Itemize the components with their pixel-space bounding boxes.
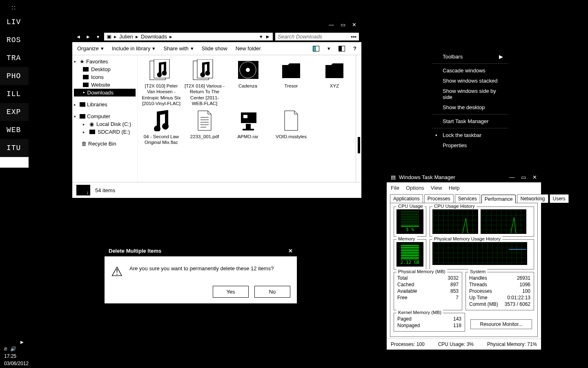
new-folder-button[interactable]: New folder [236,45,261,52]
computer-group[interactable]: ▾Computer [74,112,136,120]
include-library-menu[interactable]: Include in library ▾ [112,45,156,52]
tab-performance[interactable]: Performance [481,195,516,203]
tm-menu-view[interactable]: View [431,185,442,191]
folder-icon [276,58,306,81]
cpu-usage-label: CPU Usage [396,204,425,209]
scrollbar[interactable] [356,55,361,182]
maximize-button[interactable]: ▭ [341,22,345,28]
tm-statusbar: Processes: 100 CPU Usage: 3% Physical Me… [387,339,541,350]
tm-menu-help[interactable]: Help [449,185,460,191]
volume-icon[interactable]: 🔊 [10,346,16,352]
delete-confirm-dialog: Delete Multiple Items ✕ ⚠ Are you sure y… [105,245,297,303]
forward-button[interactable]: ► [85,34,92,40]
file-item[interactable]: [T2X 016] Various - Return To The Center… [184,58,225,107]
blank-file-icon [276,109,306,132]
clock-date[interactable]: 03/06/2012 [4,361,29,366]
search-input[interactable]: Search Downloads ••• [275,33,359,40]
tab-networking[interactable]: Networking [517,194,548,203]
dock-item-ros[interactable]: ROS [0,31,29,49]
file-item[interactable]: VOID.msstyles [271,109,312,146]
refresh-button[interactable]: ► [265,34,270,40]
no-button[interactable]: No [254,286,290,298]
nav-downloads[interactable]: •Downloads [74,89,136,96]
kv-label: Paged [397,316,412,322]
network-icon[interactable]: ⎚ [4,346,7,352]
file-list: [T2X 010] Peter Van Hoesen - Entropic Mi… [138,55,361,182]
help-button[interactable]: ? [353,45,356,52]
tm-minimize-button[interactable]: — [509,174,514,180]
tm-menu-options[interactable]: Options [406,185,424,191]
tab-applications[interactable]: Applications [390,194,423,203]
crumb-julien[interactable]: Julien [119,34,133,40]
svg-rect-13 [243,115,247,118]
back-button[interactable]: ◄ [75,34,82,40]
dialog-title: Delete Multiple Items [109,248,161,254]
dock-item-ill[interactable]: ILL [0,85,29,103]
share-with-menu[interactable]: Share with ▾ [163,45,193,52]
tab-processes[interactable]: Processes [424,194,454,203]
menu-lock-taskbar[interactable]: Lock the taskbar [431,130,509,140]
taskbar-context-menu: Toolbars▶ Cascade windows Show windows s… [431,49,509,153]
menu-properties[interactable]: Properties [431,140,509,150]
clock-time[interactable]: 17:25 [4,353,16,359]
dock-item-exp[interactable]: EXP [0,103,29,121]
breadcrumb-bar[interactable]: ▣▸ Julien▸ Downloads▸ ▾ ► [104,33,273,40]
crumb-history-icon[interactable]: ▾ [260,34,263,40]
file-item[interactable]: XYZ [314,58,355,107]
dock-item-blank[interactable] [0,157,29,168]
kv-value: 118 [453,323,461,328]
file-item[interactable]: APMO.rar [227,109,268,146]
view-dropdown-icon[interactable]: ▾ [327,45,330,52]
dock-item-web[interactable]: WEB [0,121,29,139]
nav-website[interactable]: Website [74,81,136,89]
menu-sidebyside[interactable]: Show windows side by side [431,86,509,102]
preview-pane-icon[interactable] [313,46,319,52]
history-dropdown[interactable]: ▾ [94,34,102,40]
dock-item-itu[interactable]: ITU [0,139,29,157]
libraries-group[interactable]: ▸Libraries [74,101,136,108]
tm-maximize-button[interactable]: ▭ [521,174,526,180]
menu-task-manager[interactable]: Start Task Manager [431,116,509,126]
dock-item-pho[interactable]: PHO [0,67,29,85]
crumb-downloads[interactable]: Downloads [141,34,167,40]
menu-show-desktop[interactable]: Show the desktop [431,102,509,112]
tm-menu-file[interactable]: File [391,185,399,191]
dialog-close-button[interactable]: ✕ [288,248,293,254]
nav-local-disk[interactable]: ▸◉Local Disk (C:) [74,120,136,128]
close-button[interactable]: ✕ [352,22,356,28]
menu-toolbars[interactable]: Toolbars▶ [431,52,509,62]
file-item[interactable]: Cadenza [227,58,268,107]
tm-close-button[interactable]: ✕ [532,174,537,180]
dock-item-tra[interactable]: TRA [0,49,29,67]
file-item[interactable]: Tresor [271,58,312,107]
nav-recycle-bin[interactable]: 🗑Recycle Bin [74,140,136,148]
document-icon [190,109,219,132]
nav-desktop[interactable]: Desktop [74,65,136,73]
tab-services[interactable]: Services [455,194,480,203]
slideshow-button[interactable]: Slide show [202,45,227,52]
tray-expand-icon[interactable]: ▶ [20,340,24,344]
folder-icon [320,58,349,81]
view-mode-icon[interactable] [339,46,345,52]
minimize-button[interactable]: — [329,22,334,28]
kv-label: Commit (MB) [469,301,498,307]
file-item[interactable]: [T2X 010] Peter Van Hoesen - Entropic Mi… [141,58,182,107]
organize-menu[interactable]: Organize ▾ [77,45,104,52]
file-label: APMO.rar [227,134,268,139]
window-titlebar[interactable]: — ▭ ✕ [72,20,361,31]
nav-sdcard[interactable]: ▸SDCARD (E:) [74,128,136,136]
file-item[interactable]: 04 - Second Law Original Mix.flac [141,109,182,146]
menu-stacked[interactable]: Show windows stacked [431,76,509,86]
kv-value: 3032 [448,275,459,281]
dock-item-liv[interactable]: LIV [0,13,29,31]
status-folder-icon [76,185,90,195]
nav-icons[interactable]: Icons [74,73,136,81]
tm-tabs: Applications Processes Services Performa… [387,194,541,203]
file-item[interactable]: 2233_001.pdf [184,109,225,146]
menu-cascade[interactable]: Cascade windows [431,65,509,76]
resource-monitor-button[interactable]: Resource Monitor... [470,319,532,329]
tm-titlebar[interactable]: ▤ Windows Task Manager — ▭ ✕ [387,172,541,182]
favorites-group[interactable]: ▾★Favorites [74,58,136,65]
tab-users[interactable]: Users [550,194,569,203]
yes-button[interactable]: Yes [213,286,249,298]
